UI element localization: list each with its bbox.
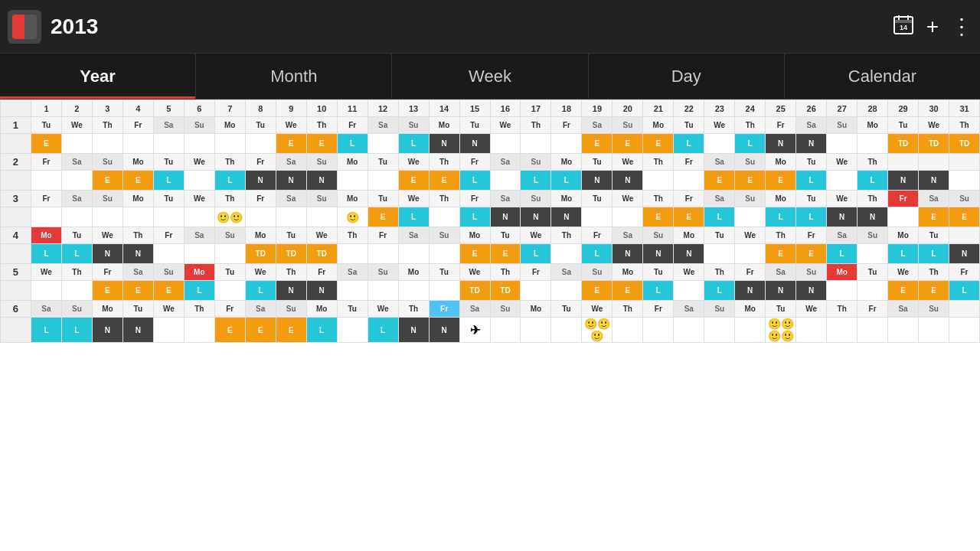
evt6-c8[interactable]: E	[245, 318, 276, 343]
evt2-r1c3[interactable]: E	[92, 171, 122, 191]
r2c6[interactable]: We	[184, 154, 214, 171]
evt5-c6[interactable]: L	[184, 281, 214, 301]
r3c19[interactable]: Tu	[582, 191, 612, 207]
r5c19[interactable]: Su	[582, 264, 612, 281]
r6c2[interactable]: Su	[61, 301, 92, 318]
r1c5[interactable]: Sa	[153, 117, 184, 134]
r5c28[interactable]: Tu	[858, 264, 888, 281]
evt2-r1c30[interactable]: N	[919, 171, 949, 191]
r2c8[interactable]: Fr	[245, 154, 276, 171]
evt2-r1c13[interactable]: E	[398, 171, 429, 191]
r4c10[interactable]: We	[306, 227, 337, 244]
r6c6[interactable]: Th	[184, 301, 214, 318]
evt5-c24[interactable]: N	[735, 281, 766, 301]
r3c27[interactable]: We	[827, 191, 858, 207]
r1c12[interactable]: Sa	[368, 117, 398, 134]
r2c22[interactable]: Fr	[674, 154, 704, 171]
r2c11[interactable]: Mo	[337, 154, 368, 171]
evt3-c25[interactable]: L	[766, 207, 796, 227]
r2c3[interactable]: Su	[92, 154, 122, 171]
r3c4[interactable]: Mo	[122, 191, 153, 207]
evt-r1c1[interactable]: E	[31, 134, 61, 154]
r4c3[interactable]: We	[92, 227, 122, 244]
r2c14[interactable]: Th	[429, 154, 459, 171]
r1c8[interactable]: Tu	[245, 117, 276, 134]
evt5-c29[interactable]: E	[888, 281, 919, 301]
r4c19[interactable]: Fr	[582, 227, 612, 244]
r3c16[interactable]: Sa	[490, 191, 521, 207]
evt5-c20[interactable]: E	[612, 281, 643, 301]
r6c29[interactable]: Sa	[888, 301, 919, 318]
r1c21[interactable]: Mo	[643, 117, 674, 134]
r2c15[interactable]: Fr	[459, 154, 490, 171]
r2c19[interactable]: Tu	[582, 154, 612, 171]
r3c10[interactable]: Su	[306, 191, 337, 207]
r1c13[interactable]: Su	[398, 117, 429, 134]
evt3-c7[interactable]: 🙂🙂	[214, 207, 245, 227]
r6c8[interactable]: Sa	[245, 301, 276, 318]
evt6-c1[interactable]: L	[31, 318, 61, 343]
r3c15[interactable]: Fr	[459, 191, 490, 207]
evt3-c22[interactable]: E	[674, 207, 704, 227]
r3c31[interactable]: Su	[949, 191, 980, 207]
r6c24[interactable]: Mo	[735, 301, 766, 318]
r4c13[interactable]: Sa	[398, 227, 429, 244]
r2c13[interactable]: We	[398, 154, 429, 171]
evt-r1c26[interactable]: N	[796, 134, 827, 154]
r2c28[interactable]: Th	[858, 154, 888, 171]
r6c16[interactable]: Su	[490, 301, 521, 318]
r4c22[interactable]: Mo	[674, 227, 704, 244]
r1c25[interactable]: Fr	[766, 117, 796, 134]
r4c26[interactable]: Fr	[796, 227, 827, 244]
r4c23[interactable]: Tu	[704, 227, 735, 244]
evt5-c25[interactable]: N	[766, 281, 796, 301]
evt4-c1[interactable]: L	[31, 244, 61, 264]
r3c11[interactable]: Mo	[337, 191, 368, 207]
evt5-c10[interactable]: N	[306, 281, 337, 301]
evt4-c8[interactable]: TD	[245, 244, 276, 264]
evt4-c25[interactable]: E	[766, 244, 796, 264]
evt5-c4[interactable]: E	[122, 281, 153, 301]
evt4-c27[interactable]: L	[827, 244, 858, 264]
r3c25[interactable]: Mo	[766, 191, 796, 207]
r2c20[interactable]: We	[612, 154, 643, 171]
r4c24[interactable]: We	[735, 227, 766, 244]
evt2-r1c24[interactable]: E	[735, 171, 766, 191]
r5c8[interactable]: We	[245, 264, 276, 281]
evt2-r1c10[interactable]: N	[306, 171, 337, 191]
evt5-c16[interactable]: TD	[490, 281, 521, 301]
evt3-c31[interactable]: E	[949, 207, 980, 227]
r6c9[interactable]: Su	[276, 301, 306, 318]
r5c1[interactable]: We	[31, 264, 61, 281]
r4c9[interactable]: Tu	[276, 227, 306, 244]
r1c23[interactable]: We	[704, 117, 735, 134]
menu-icon[interactable]: ⋮	[951, 14, 972, 39]
r3c1[interactable]: Fr	[31, 191, 61, 207]
r1c6[interactable]: Su	[184, 117, 214, 134]
evt3-c18[interactable]: N	[551, 207, 582, 227]
r6c26[interactable]: We	[796, 301, 827, 318]
r6c3[interactable]: Mo	[92, 301, 122, 318]
r2c21[interactable]: Th	[643, 154, 674, 171]
r1c10[interactable]: Th	[306, 117, 337, 134]
evt4-c19[interactable]: L	[582, 244, 612, 264]
r5c12[interactable]: Su	[368, 264, 398, 281]
r3c17[interactable]: Su	[521, 191, 551, 207]
r4c28[interactable]: Su	[858, 227, 888, 244]
r5c9[interactable]: Th	[276, 264, 306, 281]
r1c31[interactable]: Th	[949, 117, 980, 134]
evt2-r1c15[interactable]: L	[459, 171, 490, 191]
r2c10[interactable]: Su	[306, 154, 337, 171]
r2c24[interactable]: Su	[735, 154, 766, 171]
tab-day[interactable]: Day	[589, 54, 785, 99]
r6c15[interactable]: Sa	[459, 301, 490, 318]
evt3-c13[interactable]: L	[398, 207, 429, 227]
r2c9[interactable]: Sa	[276, 154, 306, 171]
evt4-c9[interactable]: TD	[276, 244, 306, 264]
r5c29[interactable]: We	[888, 264, 919, 281]
r5c5[interactable]: Su	[153, 264, 184, 281]
r4c17[interactable]: We	[521, 227, 551, 244]
r1c17[interactable]: Th	[521, 117, 551, 134]
evt2-r1c29[interactable]: N	[888, 171, 919, 191]
evt4-c21[interactable]: N	[643, 244, 674, 264]
